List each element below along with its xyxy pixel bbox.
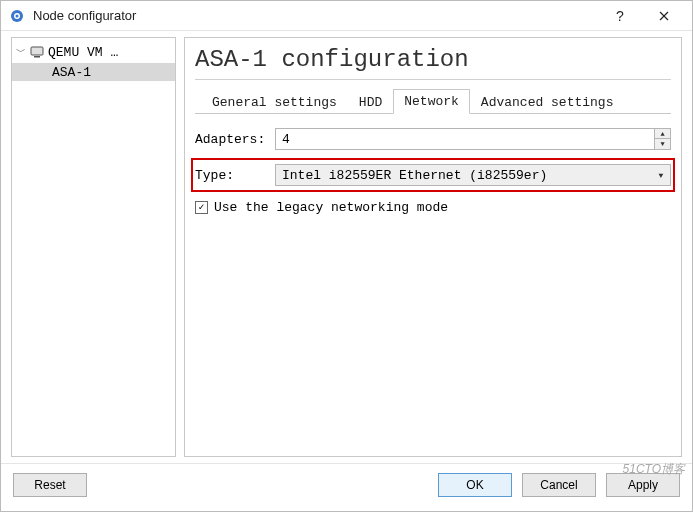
ok-button[interactable]: OK (438, 473, 512, 497)
config-panel: ASA-1 configuration General settings HDD… (184, 37, 682, 457)
tree-child-label: ASA-1 (52, 65, 91, 80)
tree-root-label: QEMU VM … (48, 45, 118, 60)
type-combobox[interactable]: Intel i82559ER Ethernet (i82559er) ▼ (275, 164, 671, 186)
tab-general[interactable]: General settings (201, 90, 348, 114)
spin-up-icon[interactable]: ▲ (655, 129, 670, 139)
legacy-checkbox[interactable]: ✓ (195, 201, 208, 214)
type-label: Type: (195, 168, 275, 183)
help-button[interactable]: ? (598, 1, 642, 31)
tree-child-item[interactable]: ASA-1 (12, 63, 175, 81)
adapters-label: Adapters: (195, 132, 275, 147)
tab-bar: General settings HDD Network Advanced se… (195, 88, 671, 114)
adapters-value: 4 (276, 132, 654, 147)
svg-rect-4 (34, 56, 40, 58)
legacy-row[interactable]: ✓ Use the legacy networking mode (195, 200, 671, 215)
titlebar: Node configurator ? (1, 1, 692, 31)
apply-button[interactable]: Apply (606, 473, 680, 497)
adapters-spinbox[interactable]: 4 ▲ ▼ (275, 128, 671, 150)
vm-icon (30, 46, 44, 58)
svg-rect-3 (31, 47, 43, 55)
reset-button[interactable]: Reset (13, 473, 87, 497)
tree-root-item[interactable]: ﹀ QEMU VM … (12, 42, 175, 62)
node-tree[interactable]: ﹀ QEMU VM … ASA-1 (11, 37, 176, 457)
chevron-down-icon[interactable]: ﹀ (16, 45, 26, 59)
spin-down-icon[interactable]: ▼ (655, 139, 670, 149)
type-highlight: Type: Intel i82559ER Ethernet (i82559er)… (191, 158, 675, 192)
type-value: Intel i82559ER Ethernet (i82559er) (276, 168, 652, 183)
svg-point-2 (16, 14, 19, 17)
tab-advanced[interactable]: Advanced settings (470, 90, 625, 114)
app-icon (9, 8, 25, 24)
network-form: Adapters: 4 ▲ ▼ Type: Intel i82559ER Eth… (195, 114, 671, 215)
chevron-down-icon[interactable]: ▼ (652, 171, 670, 180)
tab-hdd[interactable]: HDD (348, 90, 393, 114)
legacy-label: Use the legacy networking mode (214, 200, 448, 215)
tab-network[interactable]: Network (393, 89, 470, 114)
cancel-button[interactable]: Cancel (522, 473, 596, 497)
panel-title: ASA-1 configuration (195, 46, 671, 73)
close-button[interactable] (642, 1, 686, 31)
dialog-footer: Reset OK Cancel Apply (1, 463, 692, 505)
window-title: Node configurator (33, 8, 136, 23)
